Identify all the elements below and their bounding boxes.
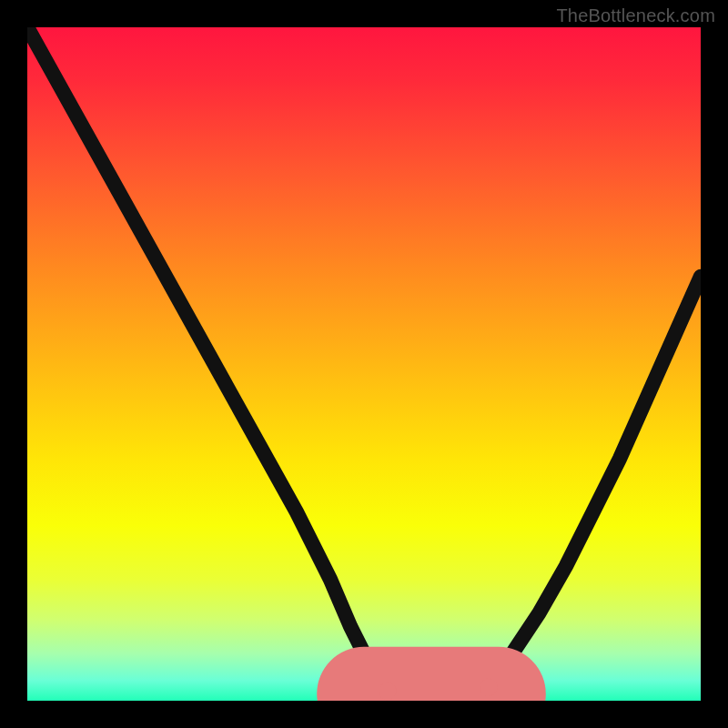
plot-area: [27, 27, 701, 701]
highlight-dot-left: [379, 682, 396, 700]
highlight-dot-right: [480, 679, 497, 696]
bottleneck-curve: [27, 27, 701, 697]
watermark-text: TheBottleneck.com: [556, 5, 715, 26]
curve-layer: [27, 27, 701, 701]
chart-frame: TheBottleneck.com: [0, 0, 728, 728]
